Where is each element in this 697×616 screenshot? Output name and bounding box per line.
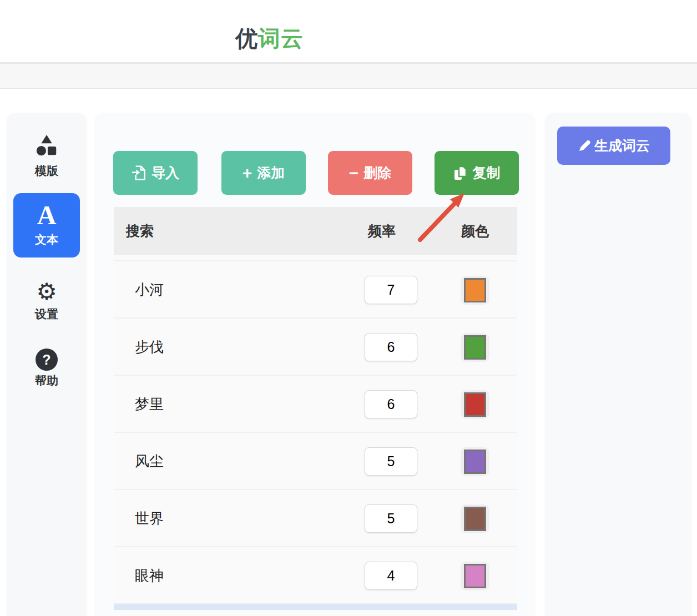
word-cell: 小河: [135, 261, 164, 319]
frequency-input[interactable]: 6: [365, 390, 417, 418]
color-swatch-fill: [464, 450, 486, 474]
table-row[interactable]: 世界 5: [114, 490, 517, 547]
color-swatch-fill: [464, 335, 486, 360]
color-swatch[interactable]: [461, 390, 489, 419]
delete-button[interactable]: − 删除: [328, 151, 412, 195]
selected-row-strip[interactable]: [114, 604, 517, 610]
table-body: 小河 7 步伐 6 梦里 6 风尘 5 世界 5 眼神 4: [114, 261, 517, 604]
sidebar-item-label: 帮助: [7, 373, 86, 388]
table-row[interactable]: 眼神 4: [114, 547, 517, 604]
button-label: 生成词云: [594, 137, 650, 155]
color-swatch-fill: [464, 564, 486, 588]
frequency-input[interactable]: 7: [365, 276, 417, 304]
right-panel: 生成词云: [546, 113, 691, 616]
generate-wordcloud-button[interactable]: 生成词云: [557, 127, 670, 165]
main-panel: 导入 + 添加 − 删除 复制 搜索 频率 颜色 小河 7 步伐 6: [95, 113, 534, 616]
word-cell: 风尘: [135, 433, 164, 490]
color-swatch[interactable]: [461, 504, 489, 533]
frequency-input[interactable]: 5: [365, 504, 417, 533]
header-word: 搜索: [126, 207, 154, 255]
button-label: 复制: [473, 164, 501, 182]
word-cell: 梦里: [135, 376, 164, 433]
question-icon: ?: [36, 349, 58, 371]
color-swatch[interactable]: [461, 447, 489, 476]
word-cell: 眼神: [135, 547, 164, 604]
frequency-input[interactable]: 5: [365, 447, 417, 476]
color-swatch-fill: [464, 392, 486, 417]
sidebar-item-text[interactable]: A 文本: [13, 193, 80, 257]
minus-icon: −: [349, 165, 359, 181]
color-swatch[interactable]: [461, 562, 489, 590]
copy-icon: [453, 165, 468, 181]
app-title-suffix: 词云: [258, 26, 304, 51]
app-header: 优词云: [0, 0, 697, 63]
color-swatch[interactable]: [461, 276, 489, 305]
pencil-icon: [578, 139, 591, 153]
sidebar-item-template[interactable]: 模版: [7, 133, 86, 179]
color-swatch-fill: [464, 507, 486, 531]
gear-icon: ⚙: [7, 280, 86, 304]
shapes-icon: [34, 133, 59, 159]
add-button[interactable]: + 添加: [221, 151, 306, 195]
header-color: 颜色: [432, 207, 518, 255]
file-import-icon: [132, 165, 147, 181]
frequency-input[interactable]: 4: [365, 562, 417, 590]
table-row[interactable]: 风尘 5: [114, 433, 517, 490]
sidebar-item-help[interactable]: ? 帮助: [7, 349, 86, 388]
button-label: 导入: [151, 164, 179, 182]
header-frequency: 频率: [337, 207, 426, 255]
frequency-input[interactable]: 6: [365, 333, 417, 361]
copy-button[interactable]: 复制: [435, 151, 519, 195]
letter-a-icon: A: [13, 202, 80, 229]
sidebar-item-settings[interactable]: ⚙ 设置: [7, 280, 86, 322]
color-swatch-fill: [464, 278, 486, 302]
table-row[interactable]: 小河 7: [114, 261, 517, 319]
word-cell: 步伐: [135, 319, 164, 376]
app-title: 优词云: [235, 23, 304, 54]
word-cell: 世界: [135, 490, 164, 547]
import-button[interactable]: 导入: [113, 151, 198, 195]
table-header: 搜索 频率 颜色: [114, 207, 517, 255]
sidebar-item-label: 设置: [7, 306, 86, 322]
table-row[interactable]: 步伐 6: [114, 319, 517, 376]
sidebar: 模版 A 文本 ⚙ 设置 ? 帮助: [7, 113, 86, 616]
app-title-prefix: 优: [235, 26, 258, 51]
sidebar-item-label: 模版: [7, 163, 86, 179]
word-table: 搜索 频率 颜色 小河 7 步伐 6 梦里 6 风尘 5 世界 5: [114, 207, 517, 610]
sidebar-item-label: 文本: [13, 232, 80, 248]
button-label: 添加: [257, 164, 285, 182]
table-row[interactable]: 梦里 6: [114, 376, 517, 433]
button-label: 删除: [363, 164, 391, 182]
plus-icon: +: [243, 165, 252, 181]
header-substrip: [0, 63, 697, 89]
color-swatch[interactable]: [461, 333, 489, 362]
partial-row: [114, 255, 517, 261]
